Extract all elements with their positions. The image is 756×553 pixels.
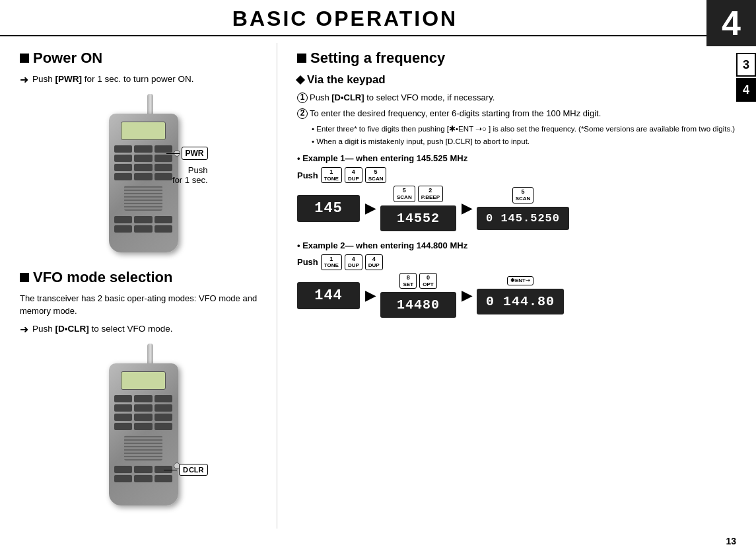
- vfo-radio-buttons: [109, 392, 178, 433]
- ex2-second-col: 8SET 0OPT 14480: [380, 273, 456, 318]
- chapter-number: 4: [706, 0, 756, 46]
- example2-freq-row: 144 ▶ 8SET 0OPT 14480 ▶ ✱ENT➝ 0 144.80: [297, 273, 743, 318]
- push-label-ex2: Push: [297, 257, 318, 267]
- radio-image-vfo: D CLR: [20, 344, 263, 515]
- vfo-speaker: [124, 435, 162, 461]
- keypad-subheading: Via the keypad: [297, 73, 743, 87]
- example1-push-row2: 5SCAN 2P.BEEP: [394, 186, 443, 202]
- freq-display-14480: 14480: [380, 292, 456, 318]
- example1-freq-row1: 145 ▶ 5SCAN 2P.BEEP 14552 ▶ 5SCAN 0 145.…: [297, 186, 743, 231]
- arrow-right-2: ▶: [462, 200, 471, 216]
- key-4-dup-ex2b: 4DUP: [365, 254, 383, 270]
- power-on-step: ➜ Push [PWR] for 1 sec. to turn power ON…: [20, 73, 263, 87]
- key-2-pbeep: 2P.BEEP: [418, 186, 443, 202]
- vfo-screen: [121, 371, 166, 390]
- third-display-col: 5SCAN 0 145.5250: [477, 187, 569, 229]
- right-column: Setting a frequency Via the keypad 1 Pus…: [277, 43, 756, 529]
- freq-display-145525: 0 145.5250: [477, 207, 569, 230]
- clr-badge: D CLR: [179, 464, 208, 476]
- power-on-section: Power ON ➜ Push [PWR] for 1 sec. to turn…: [20, 50, 263, 259]
- heading-square-icon: [20, 54, 29, 63]
- arrow-icon: ➜: [20, 73, 28, 87]
- key-4-dup-ex1: 4DUP: [345, 167, 362, 183]
- radio-diagram-clr: D CLR: [76, 344, 208, 515]
- pwr-badge: PWR: [182, 147, 208, 160]
- vfo-heading-square-icon: [20, 273, 29, 282]
- speaker-grill: [124, 186, 162, 211]
- radio-screen: [121, 122, 166, 140]
- key-1-tone: 1TONE: [321, 167, 342, 183]
- key-5-scan-3: 5SCAN: [512, 187, 534, 203]
- radio-body-pwr: [109, 114, 178, 252]
- push-label-ex1: Push: [297, 170, 318, 180]
- side-tab-4: 4: [736, 78, 756, 102]
- example2-heading: • Example 2— when entering 144.800 MHz: [297, 240, 743, 250]
- step-num-2: 2: [297, 108, 308, 119]
- key-0-opt: 0OPT: [419, 273, 436, 289]
- arrow-right-3: ▶: [365, 287, 375, 303]
- vfo-step-text: Push [D•CLR] to select VFO mode.: [32, 323, 173, 336]
- example1-push-row3: 5SCAN: [512, 187, 534, 203]
- side-tab-3: 3: [736, 53, 756, 77]
- freq-display-14480-final: 0 144.80: [477, 289, 564, 314]
- vfo-body: The transceiver has 2 basic oper-ating m…: [20, 293, 263, 318]
- push-label: Push for 1 sec.: [172, 165, 207, 185]
- example1-heading: • Example 1— when entering 145.525 MHz: [297, 153, 743, 163]
- note-1: • Enter three* to five digits then pushi…: [312, 124, 743, 134]
- page-header: BASIC OPERATION 4: [0, 0, 756, 36]
- step-1: 1 Push [D•CLR] to select VFO mode, if ne…: [297, 92, 743, 104]
- key-4-dup-ex2a: 4DUP: [345, 254, 362, 270]
- step-num-1: 1: [297, 92, 308, 103]
- vfo-arrow-icon: ➜: [20, 322, 28, 337]
- power-on-text: Push [PWR] for 1 sec. to turn power ON.: [32, 73, 194, 86]
- side-tabs: 3 4: [736, 53, 756, 102]
- step-2-text: To enter the desired frequency, enter 6-…: [310, 108, 601, 120]
- arrow-right-4: ▶: [462, 287, 471, 303]
- arrow-right-1: ▶: [365, 200, 375, 216]
- example2-push-row3: ✱ENT➝: [507, 276, 533, 285]
- clr-callout-line: [164, 470, 177, 471]
- freq-section-heading: Setting a frequency: [297, 50, 743, 67]
- note-2-text: When a digit is mistakenly input, push […: [316, 137, 530, 145]
- note-2: • When a digit is mistakenly input, push…: [312, 136, 743, 147]
- freq-display-14552: 14552: [380, 205, 456, 231]
- clr-callout: D CLR: [164, 464, 208, 476]
- example2-push-row2: 8SET 0OPT: [399, 273, 436, 289]
- freq-display-144: 144: [297, 282, 360, 309]
- freq-display-145: 145: [297, 195, 360, 222]
- vfo-section: VFO mode selection The transceiver has 2…: [20, 269, 263, 515]
- ex2-third-col: ✱ENT➝ 0 144.80: [477, 276, 564, 314]
- radio-image-power: PWR Push for 1 sec.: [20, 94, 263, 259]
- example1-push-row1: Push 1TONE 4DUP 5SCAN: [297, 167, 743, 183]
- freq-heading-square-icon: [297, 54, 306, 63]
- diamond-icon: [296, 75, 305, 85]
- left-column: Power ON ➜ Push [PWR] for 1 sec. to turn…: [0, 43, 277, 529]
- example2-push-row1: Push 1TONE 4DUP 4DUP: [297, 254, 743, 270]
- step-2: 2 To enter the desired frequency, enter …: [297, 108, 743, 120]
- radio-buttons-lower: [109, 213, 178, 235]
- pwr-callout: PWR: [166, 147, 208, 160]
- key-ent-special: ✱ENT➝: [507, 276, 533, 285]
- main-content: Power ON ➜ Push [PWR] for 1 sec. to turn…: [0, 36, 756, 529]
- key-8-set: 8SET: [399, 273, 417, 289]
- vfo-heading: VFO mode selection: [20, 269, 263, 286]
- page-number: 13: [726, 536, 736, 546]
- key-1-tone-ex2: 1TONE: [321, 254, 342, 270]
- page-title: BASIC OPERATION: [13, 7, 703, 31]
- radio-diagram-pwr: PWR Push for 1 sec.: [76, 94, 208, 259]
- second-display-col: 5SCAN 2P.BEEP 14552: [380, 186, 456, 231]
- key-5-scan-2: 5SCAN: [394, 186, 415, 202]
- callout-line: [166, 153, 180, 155]
- note-1-text: Enter three* to five digits then pushing…: [316, 125, 735, 133]
- step-1-text: Push [D•CLR] to select VFO mode, if nece…: [310, 92, 495, 104]
- power-on-heading: Power ON: [20, 50, 263, 67]
- key-5-scan-ex1: 5SCAN: [365, 167, 387, 183]
- radio-body-vfo: [109, 363, 178, 505]
- vfo-step: ➜ Push [D•CLR] to select VFO mode.: [20, 323, 263, 337]
